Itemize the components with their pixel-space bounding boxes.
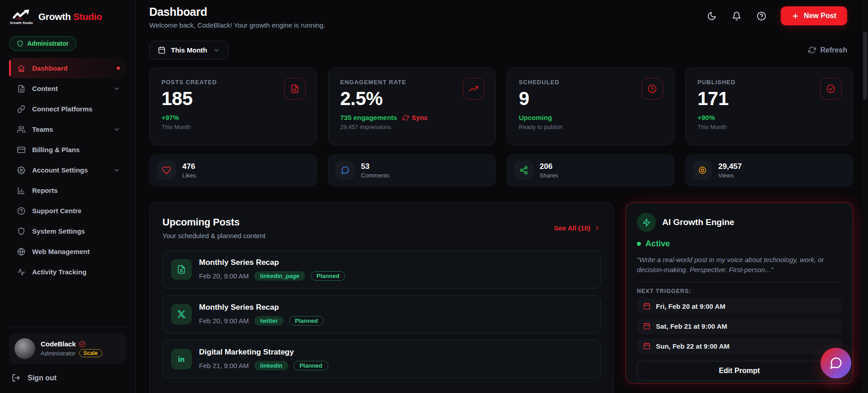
period-select[interactable]: This Month — [149, 41, 228, 59]
stat-card-scheduled: SCHEDULED 9 Upcoming Ready to publish — [507, 67, 674, 145]
stat-caption: This Month — [161, 124, 305, 130]
post-item[interactable]: Monthly Series Recap Feb 20, 9:00 AM lin… — [162, 250, 601, 288]
stat-caption: 29,457 impressions — [340, 124, 484, 130]
clock-icon — [641, 78, 663, 100]
sidebar-item-web-management[interactable]: Web Management — [9, 241, 126, 262]
sidebar-item-dashboard[interactable]: Dashboard — [9, 58, 126, 78]
mini-value: 53 — [361, 162, 389, 171]
chat-bubble-icon — [829, 356, 843, 370]
calendar-icon — [643, 302, 650, 310]
verified-badge-icon — [79, 340, 86, 348]
stat-card-published: PUBLISHED 171 +90% This Month — [685, 67, 853, 145]
brand-name-primary: Growth — [38, 11, 71, 22]
mini-label: Likes — [182, 172, 196, 179]
help-icon — [17, 207, 25, 215]
stats-row: POSTS CREATED 185 +97% This Month ENGAGE… — [149, 67, 853, 145]
ai-engine-title: AI Growth Engine — [662, 217, 734, 227]
avatar — [14, 338, 35, 359]
role-badge: Administrator — [9, 36, 76, 51]
sidebar-item-label: Support Centre — [32, 207, 81, 215]
sidebar-item-content[interactable]: Content — [9, 78, 126, 99]
status-badge: Planned — [294, 361, 328, 370]
stat-value: 185 — [161, 89, 305, 108]
mini-card-likes: 476Likes — [149, 154, 317, 186]
scrollbar-track — [862, 0, 868, 393]
sidebar-item-support[interactable]: Support Centre — [9, 201, 126, 221]
log-out-icon — [12, 374, 20, 382]
stat-delta: Upcoming — [519, 114, 662, 121]
stat-value: 171 — [697, 89, 841, 108]
chevron-down-icon — [114, 126, 120, 133]
mini-card-comments: 53Comments — [328, 154, 496, 186]
sign-out-label: Sign out — [28, 374, 57, 382]
sidebar: Growth Studio Growth Studio Administrato… — [0, 0, 136, 393]
document-icon — [284, 78, 306, 100]
stat-caption: This Month — [697, 124, 841, 130]
user-card[interactable]: CodeBlack Administrator Scale — [9, 334, 126, 364]
document-icon — [17, 85, 25, 93]
ai-status-label: Active — [645, 239, 670, 249]
shield-icon — [17, 227, 25, 235]
trigger-datetime: Sat, Feb 21 at 9:00 AM — [656, 322, 727, 330]
sidebar-item-label: Billing & Plans — [32, 146, 80, 153]
status-badge: Planned — [289, 316, 324, 326]
edit-prompt-button[interactable]: Edit Prompt — [637, 361, 842, 381]
new-post-button[interactable]: New Post — [781, 6, 847, 25]
sidebar-item-label: Account Settings — [32, 166, 88, 174]
trigger-row: Sun, Feb 22 at 9:00 AM — [637, 338, 842, 354]
sync-button[interactable]: Sync — [403, 114, 428, 121]
check-circle-icon — [820, 78, 842, 100]
chat-fab-button[interactable] — [821, 348, 851, 379]
linkedin-icon — [171, 349, 192, 369]
sidebar-item-teams[interactable]: Teams — [9, 119, 126, 139]
mini-value: 476 — [182, 162, 196, 171]
sidebar-item-label: Connect Platforms — [32, 105, 92, 113]
sidebar-item-label: Web Management — [32, 248, 90, 255]
ai-prompt-preview: "Write a real-world post in my voice abo… — [637, 255, 842, 275]
trigger-row: Fri, Feb 20 at 9:00 AM — [637, 298, 842, 314]
platform-badge: linkedin_page — [254, 271, 305, 281]
zap-icon — [637, 213, 656, 232]
theme-toggle-button[interactable] — [706, 10, 717, 22]
user-name: CodeBlack — [41, 340, 76, 348]
sidebar-item-billing[interactable]: Billing & Plans — [9, 139, 126, 160]
stat-value: 2.5% — [340, 89, 484, 108]
next-triggers-label: NEXT TRIGGERS: — [637, 288, 842, 294]
scrollbar-thumb[interactable] — [863, 32, 867, 100]
role-badge-label: Administrator — [27, 40, 69, 47]
stat-label: POSTS CREATED — [161, 79, 305, 86]
mini-label: Shares — [540, 172, 558, 179]
notifications-button[interactable] — [731, 10, 742, 22]
see-all-button[interactable]: See All (10) — [554, 224, 601, 232]
help-circle-icon — [757, 11, 766, 21]
stat-delta: 735 engagements — [340, 114, 397, 121]
sync-icon — [403, 115, 409, 121]
trigger-datetime: Fri, Feb 20 at 9:00 AM — [656, 302, 726, 310]
sidebar-item-label: Activity Tracking — [32, 268, 86, 276]
sidebar-item-system-settings[interactable]: System Settings — [9, 221, 126, 241]
comment-icon — [336, 161, 355, 180]
refresh-button[interactable]: Refresh — [808, 46, 847, 54]
ai-growth-engine-panel: AI Growth Engine Active "Write a real-wo… — [626, 202, 853, 383]
globe-icon — [17, 248, 25, 256]
chevron-down-icon — [114, 167, 120, 173]
help-button[interactable] — [756, 10, 767, 22]
post-title: Monthly Series Recap — [199, 258, 345, 267]
plus-icon — [792, 12, 799, 20]
sidebar-item-activity-tracking[interactable]: Activity Tracking — [9, 262, 126, 282]
sidebar-item-account-settings[interactable]: Account Settings — [9, 160, 126, 180]
document-icon — [171, 259, 192, 280]
engagement-summary-row: 476Likes 53Comments 206Shares 29,457View… — [149, 154, 853, 186]
post-datetime: Feb 21, 9:00 AM — [199, 362, 249, 369]
post-item[interactable]: Digital Marketing Strategy Feb 21, 9:00 … — [162, 340, 601, 378]
sign-out-button[interactable]: Sign out — [9, 371, 126, 385]
page-subtitle: Welcome back, CodeBlack! Your growth eng… — [149, 21, 325, 29]
user-role: Administrator — [41, 350, 76, 357]
post-item[interactable]: Monthly Series Recap Feb 20, 9:00 AM twi… — [162, 295, 601, 333]
shield-icon — [17, 40, 24, 47]
stat-caption: Ready to publish — [519, 124, 662, 130]
mini-label: Views — [718, 172, 742, 179]
link-icon — [17, 105, 25, 113]
sidebar-item-reports[interactable]: Reports — [9, 180, 126, 201]
sidebar-item-connect-platforms[interactable]: Connect Platforms — [9, 99, 126, 119]
